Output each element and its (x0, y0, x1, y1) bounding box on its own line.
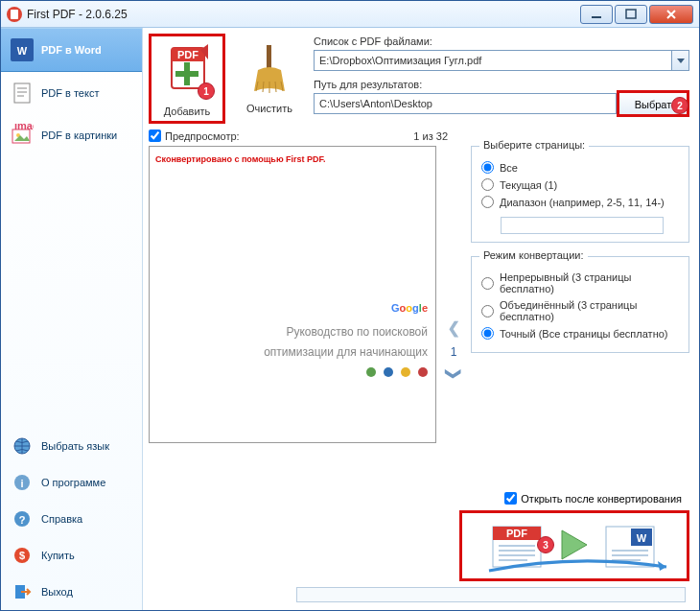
page-counter: 1 из 32 (413, 130, 448, 142)
images-icon: images (11, 124, 34, 147)
clear-button[interactable]: Очистить (231, 34, 308, 118)
current-page-number: 1 (451, 345, 457, 359)
files-list-label: Список с PDF файлами: (314, 35, 689, 47)
main-layout: W PDF в Word PDF в текст images PDF в ка… (1, 28, 699, 610)
info-icon: i (11, 471, 34, 494)
sidebar-item-label: PDF в текст (41, 87, 99, 99)
title-bar: First PDF - 2.0.6.25 (1, 1, 699, 28)
svg-text:i: i (20, 478, 23, 489)
sidebar-top: W PDF в Word PDF в текст images PDF в ка… (1, 28, 142, 156)
exit-icon (11, 580, 34, 603)
sidebar-item-exit[interactable]: Выход (1, 574, 142, 610)
page-nav: ❯ 1 ❯ (444, 146, 463, 443)
svg-text:$: $ (19, 550, 25, 561)
preview-row: Предпросмотр: 1 из 32 (149, 129, 448, 142)
sidebar-item-pdf-to-text[interactable]: PDF в текст (1, 72, 142, 114)
preview-checkbox-label: Предпросмотр: (165, 130, 240, 142)
dot (401, 367, 410, 377)
clear-button-label: Очистить (246, 103, 292, 114)
doc-title-1: Руководство по поисковой (264, 324, 428, 341)
preview-pane: Сконвертировано с помощью First PDF. Goo… (149, 146, 436, 443)
svg-rect-23 (184, 62, 190, 85)
badge-2: 2 (671, 97, 688, 114)
svg-text:W: W (17, 45, 28, 57)
progress-bar (296, 587, 686, 602)
content-area: PDF 1 Добавить Очистить (143, 28, 699, 610)
sidebar: W PDF в Word PDF в текст images PDF в ка… (1, 28, 143, 610)
sidebar-item-pdf-to-word[interactable]: W PDF в Word (1, 28, 142, 72)
files-list-row (314, 50, 689, 71)
sidebar-item-label: PDF в Word (41, 44, 102, 56)
buy-icon: $ (11, 544, 34, 567)
app-icon (7, 7, 22, 22)
sidebar-item-label: Выход (41, 586, 73, 598)
mode-continuous-radio[interactable]: Непрерывный (3 страницы бесплатно) (481, 271, 679, 294)
sidebar-item-label: Справка (41, 513, 82, 525)
combobox-arrow[interactable] (672, 50, 689, 71)
open-after-checkbox[interactable]: Открыть после конвертирования (504, 492, 682, 505)
close-button[interactable] (649, 5, 693, 24)
mid-area: Сконвертировано с помощью First PDF. Goo… (149, 146, 689, 443)
svg-rect-0 (592, 16, 601, 18)
svg-rect-1 (626, 10, 636, 18)
dots-row (264, 367, 428, 377)
pages-groupbox: Выберите страницы: Все Текущая (1) Диапа… (471, 146, 689, 243)
minimize-button[interactable] (580, 5, 613, 24)
broom-icon (241, 37, 298, 99)
mode-groupbox: Режим конвертации: Непрерывный (3 страни… (471, 256, 689, 353)
prev-page-button[interactable]: ❯ (448, 321, 460, 340)
mode-combined-radio[interactable]: Объединённый (3 страницы бесплатно) (481, 299, 679, 322)
pages-group-title: Выберите страницы: (479, 139, 589, 151)
output-path-row: Выбрать 2 (314, 93, 689, 114)
add-button-label: Добавить (164, 106, 211, 117)
pages-all-radio[interactable]: Все (481, 161, 679, 174)
pages-range-input[interactable] (501, 217, 664, 234)
preview-checkbox[interactable]: Предпросмотр: (149, 129, 240, 142)
document-preview-content: Google Руководство по поисковой оптимиза… (264, 291, 428, 377)
sidebar-item-label: PDF в картинки (41, 129, 117, 141)
watermark-text: Сконвертировано с помощью First PDF. (155, 154, 326, 164)
svg-text:PDF: PDF (506, 528, 527, 539)
files-list-combobox[interactable] (314, 50, 672, 71)
file-paths-column: Список с PDF файлами: Путь для результат… (314, 34, 689, 122)
preview-checkbox-input[interactable] (149, 129, 161, 142)
add-button[interactable]: PDF 1 Добавить (149, 34, 225, 124)
sidebar-item-label: О программе (41, 477, 105, 488)
output-path-input[interactable] (314, 93, 617, 114)
dot (366, 367, 376, 377)
svg-marker-26 (677, 59, 685, 63)
svg-rect-4 (14, 83, 30, 103)
sidebar-item-buy[interactable]: $ Купить (1, 537, 142, 574)
word-icon: W (11, 38, 34, 61)
mode-group-title: Режим конвертации: (479, 249, 588, 261)
sidebar-item-pdf-to-images[interactable]: images PDF в картинки (1, 114, 142, 156)
badge-1: 1 (198, 82, 215, 100)
svg-text:PDF: PDF (177, 49, 198, 60)
maximize-button[interactable] (615, 5, 647, 24)
mode-exact-radio[interactable]: Точный (Все страницы бесплатно) (481, 327, 679, 340)
sidebar-bottom: Выбрать язык i О программе ? Справка $ К… (1, 428, 142, 610)
open-after-checkbox-input[interactable] (504, 492, 517, 505)
svg-marker-34 (562, 530, 587, 559)
convert-button[interactable]: PDF 3 W (459, 510, 689, 581)
help-icon: ? (11, 507, 34, 530)
play-icon (558, 529, 591, 561)
output-path-label: Путь для результатов: (314, 79, 689, 90)
dot (384, 367, 393, 377)
open-after-label: Открыть после конвертирования (521, 493, 682, 505)
google-logo: Google (264, 291, 428, 320)
pages-current-radio[interactable]: Текущая (1) (481, 178, 679, 191)
arrow-swoosh-icon (479, 557, 671, 576)
pages-range-radio[interactable]: Диапазон (например, 2-5, 11, 14-) (481, 196, 679, 208)
svg-text:W: W (637, 532, 647, 544)
sidebar-item-about[interactable]: i О программе (1, 464, 142, 501)
right-options: Выберите страницы: Все Текущая (1) Диапа… (471, 146, 689, 443)
next-page-button[interactable]: ❯ (445, 367, 463, 380)
choose-output-button[interactable]: Выбрать 2 (617, 90, 689, 117)
globe-icon (11, 435, 34, 458)
sidebar-item-language[interactable]: Выбрать язык (1, 428, 142, 464)
sidebar-item-help[interactable]: ? Справка (1, 501, 142, 537)
window-title: First PDF - 2.0.6.25 (27, 8, 578, 21)
badge-3: 3 (537, 536, 554, 553)
sidebar-item-label: Выбрать язык (41, 440, 109, 452)
